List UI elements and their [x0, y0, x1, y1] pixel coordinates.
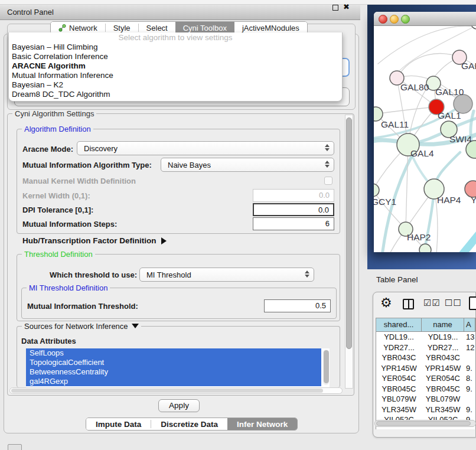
- algorithm-dropdown-placeholder: Select algorithm to view settings: [9, 32, 342, 43]
- network-node-label: GAL: [461, 61, 476, 71]
- which-threshold-value: MI Threshold: [140, 270, 191, 279]
- settings-vertical-scrollbar[interactable]: [345, 115, 353, 389]
- table-body: YDL19...YDL19...13YDR27...YDR27...12YBR0…: [376, 332, 475, 420]
- table-cell: 9.: [464, 405, 475, 415]
- table-row[interactable]: YDL19...YDL19...13: [376, 332, 475, 343]
- mi-threshold-input[interactable]: 0.5: [264, 299, 331, 312]
- column-header[interactable]: A: [464, 318, 475, 331]
- network-node[interactable]: [374, 184, 379, 197]
- table-row[interactable]: YBR045CYBR045C9.: [376, 384, 475, 394]
- network-edge[interactable]: [446, 230, 476, 252]
- settings-horizontal-scrollbar[interactable]: [9, 387, 343, 394]
- network-node-label: GAL11: [381, 119, 409, 129]
- network-node-label: GAL80: [400, 82, 429, 92]
- table-cell: YBR045C: [376, 384, 422, 394]
- hub-transcription-factor-expander[interactable]: Hub/Transcription Factor Definition: [22, 236, 167, 245]
- select-all-columns-icon[interactable]: ☑☑: [423, 298, 441, 308]
- algorithm-option[interactable]: Basic Correlation Inference: [9, 52, 342, 61]
- list-scrollbar-thumb[interactable]: [324, 350, 329, 383]
- network-edge[interactable]: [397, 53, 459, 78]
- algorithm-option[interactable]: Dream8 DC_TDC Algorithm: [9, 90, 342, 99]
- sources-expander[interactable]: Sources for Network Inference: [22, 322, 141, 331]
- network-canvas[interactable]: GALGAL80GAL10GAL1GAL11SWI4GAL4GCY1HAP4YH…: [374, 26, 476, 252]
- kernel-width-input[interactable]: 0.0: [253, 189, 334, 202]
- settings-horizontal-scrollbar-thumb[interactable]: [11, 389, 323, 393]
- mi-steps-label: Mutual Information Steps:: [22, 220, 117, 229]
- close-icon[interactable]: ✖: [343, 2, 350, 11]
- table-row[interactable]: YPR145WYPR145W9.: [376, 363, 475, 374]
- table-cell: 9.: [464, 363, 475, 374]
- which-threshold-label: Which threshold to use:: [50, 270, 137, 279]
- tab-cyni-toolbox[interactable]: Cyni Toolbox: [175, 22, 234, 34]
- tab-select[interactable]: Select: [139, 22, 175, 34]
- data-attribute-item[interactable]: gal4RGexp: [26, 377, 321, 386]
- aracne-mode-label: Aracne Mode:: [22, 145, 73, 154]
- which-threshold-select[interactable]: MI Threshold: [139, 268, 314, 282]
- tab-label: Select: [146, 24, 168, 32]
- data-attribute-item[interactable]: BetweennessCentrality: [26, 367, 321, 377]
- data-attributes-label: Data Attributes: [21, 337, 76, 345]
- table-horizontal-scrollbar[interactable]: [374, 420, 476, 427]
- table-horizontal-scrollbar-thumb[interactable]: [376, 421, 471, 426]
- settings-group-title: Cyni Algorithm Settings: [12, 109, 96, 118]
- column-header[interactable]: shared...: [376, 318, 422, 331]
- table-row[interactable]: YBL079WYBL079W: [376, 394, 475, 405]
- algorithm-dropdown-list: Bayesian – Hill ClimbingBasic Correlatio…: [9, 43, 342, 99]
- network-edge[interactable]: [376, 107, 436, 114]
- kernel-width-label: Kernel Width (0,1):: [22, 191, 90, 200]
- network-window-titlebar[interactable]: [374, 12, 476, 26]
- threshold-definition-title: Threshold Definition: [22, 250, 95, 259]
- float-window-icon[interactable]: [332, 5, 338, 11]
- network-node-label: GCY1: [374, 197, 396, 207]
- table-row[interactable]: YBR043CYBR043C: [376, 353, 475, 363]
- algorithm-option[interactable]: Mutual Information Inference: [9, 71, 342, 80]
- stepper-icon: [325, 144, 330, 151]
- gear-icon[interactable]: ⚙: [380, 295, 392, 310]
- network-view-window[interactable]: GALGAL80GAL10GAL1GAL11SWI4GAL4GCY1HAP4YH…: [374, 12, 476, 252]
- network-node-label: HAP4: [437, 195, 461, 205]
- table-row[interactable]: YER054CYER054C8.: [376, 373, 475, 384]
- minimized-panel-chip[interactable]: [8, 444, 22, 450]
- deselect-all-columns-icon[interactable]: ☐☐: [445, 298, 462, 308]
- tab-jactivemnodules[interactable]: jActiveMNodules: [234, 22, 307, 34]
- table-cell: 12: [464, 343, 475, 353]
- split-columns-icon[interactable]: [403, 299, 414, 309]
- network-node-label: SWI4: [449, 134, 472, 144]
- mi-steps-input[interactable]: 6: [253, 217, 334, 230]
- algorithm-option[interactable]: Bayesian – K2: [9, 80, 342, 90]
- tab-label: Style: [113, 24, 131, 32]
- table-cell: YBR043C: [422, 353, 464, 363]
- algorithm-option[interactable]: Bayesian – Hill Climbing: [9, 43, 342, 52]
- tab-discretize-data[interactable]: Discretize Data: [151, 418, 227, 430]
- table-row[interactable]: YDR27...YDR27...12: [376, 343, 475, 353]
- data-attributes-list[interactable]: SelfLoopsTopologicalCoefficientBetweenne…: [26, 348, 330, 387]
- aracne-mode-select[interactable]: Discovery: [77, 141, 334, 155]
- dpi-tolerance-input[interactable]: 0.0: [253, 203, 334, 216]
- manual-kernel-width-checkbox[interactable]: [324, 177, 332, 185]
- table-cell: YBL079W: [376, 394, 422, 405]
- mi-algorithm-type-select[interactable]: Naive Bayes: [161, 158, 334, 172]
- tab-style[interactable]: Style: [106, 22, 138, 34]
- column-header[interactable]: name: [422, 318, 464, 331]
- top-strip: [0, 0, 476, 5]
- data-attribute-item[interactable]: SelfLoops: [26, 348, 321, 358]
- export-table-icon[interactable]: [469, 296, 476, 310]
- tab-infer-network[interactable]: Infer Network: [227, 418, 297, 430]
- apply-button[interactable]: Apply: [158, 399, 200, 412]
- network-node[interactable]: [419, 244, 431, 252]
- close-traffic-light[interactable]: [379, 15, 387, 24]
- table-toolbar: ⚙ ☑☑ ☐☐: [373, 294, 476, 317]
- kernel-width-value: 0.0: [319, 191, 330, 200]
- stepper-icon: [325, 161, 330, 168]
- algorithm-option[interactable]: ARACNE Algorithm: [9, 61, 342, 71]
- data-attribute-item[interactable]: TopologicalCoefficient: [26, 358, 321, 367]
- network-edge[interactable]: [406, 145, 408, 229]
- zoom-traffic-light[interactable]: [401, 15, 410, 24]
- table-row[interactable]: YLR345WYLR345W9.: [376, 405, 475, 415]
- settings-vertical-scrollbar-thumb[interactable]: [346, 118, 352, 349]
- tab-impute-data[interactable]: Impute Data: [86, 418, 151, 430]
- table-cell: YDR27...: [422, 343, 464, 353]
- minimize-traffic-light[interactable]: [390, 15, 399, 24]
- list-scrollbar[interactable]: [323, 350, 329, 385]
- tab-network[interactable]: Network: [51, 22, 105, 34]
